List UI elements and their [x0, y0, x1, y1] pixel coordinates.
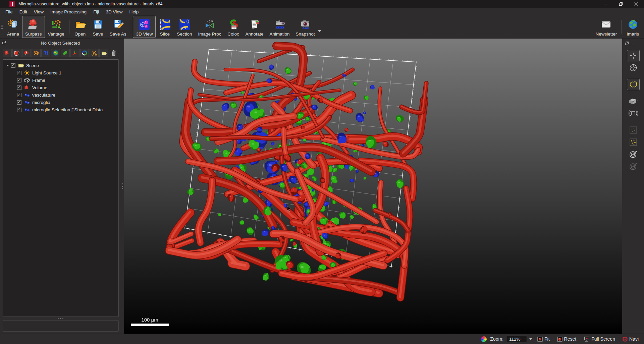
- tree-row-microglia[interactable]: microglia: [4, 99, 118, 106]
- open-button[interactable]: Open: [71, 16, 89, 38]
- frame-checkbox[interactable]: [17, 78, 21, 82]
- spots-dense-icon[interactable]: [627, 136, 640, 148]
- add-orthoslicer-icon[interactable]: [22, 49, 31, 57]
- vantage-button[interactable]: Vantage: [45, 16, 67, 38]
- save-as-icon: [112, 18, 124, 31]
- add-oblique-slicer-icon[interactable]: [80, 49, 89, 57]
- snapshot-button[interactable]: Snapshot: [293, 16, 318, 38]
- reset-button[interactable]: Reset: [555, 336, 579, 342]
- open-folder-icon: [74, 18, 86, 31]
- tree-label: Scene: [26, 63, 39, 68]
- menu-edit[interactable]: Edit: [16, 9, 31, 15]
- fit-button[interactable]: Fit: [535, 336, 552, 342]
- surpass-button[interactable]: Surpass: [22, 16, 45, 38]
- mouse-cursor-icon: [287, 206, 291, 214]
- color-wheel-icon[interactable]: [481, 336, 487, 342]
- menu-file[interactable]: File: [2, 9, 16, 15]
- menu-fiji[interactable]: Fiji: [90, 9, 102, 15]
- view-mode-box-icon[interactable]: [627, 96, 640, 107]
- menu-help[interactable]: Help: [126, 9, 142, 15]
- draw-contour-icon[interactable]: [627, 79, 640, 90]
- tree-label: vasculature: [32, 93, 55, 98]
- tree-label: microglia: [32, 100, 50, 105]
- navi-icon: [623, 337, 628, 342]
- tree-row-microglia-selection[interactable]: microglia Selection ["Shortest Dista...: [4, 106, 118, 113]
- scene-tree: Scene Light Source 1 Frame: [3, 59, 119, 317]
- full-screen-button[interactable]: Full Screen: [582, 336, 617, 342]
- 3d-view-button[interactable]: 3D View: [133, 16, 156, 38]
- expander-icon[interactable]: [6, 65, 9, 66]
- undock-icon[interactable]: [625, 41, 629, 46]
- panel-splitter-handle[interactable]: [0, 317, 121, 320]
- annotate-button[interactable]: Annotate: [242, 16, 266, 38]
- panel-resize-handle[interactable]: [121, 39, 124, 334]
- vasculature-checkbox[interactable]: [17, 93, 21, 97]
- image-proc-button[interactable]: Image Proc: [195, 16, 224, 38]
- center-target-icon[interactable]: [627, 149, 640, 160]
- reset-icon: [557, 337, 562, 342]
- volume-checkbox[interactable]: [17, 85, 21, 90]
- restore-button[interactable]: [613, 0, 629, 8]
- add-group-icon[interactable]: [99, 49, 108, 57]
- cut-scissors-icon[interactable]: [90, 49, 99, 57]
- tree-row-light-source[interactable]: Light Source 1: [4, 69, 118, 76]
- coloc-button[interactable]: Coloc: [224, 16, 242, 38]
- imaris-label: Imaris: [627, 32, 639, 37]
- add-leaf-icon[interactable]: [61, 49, 70, 57]
- menu-image-processing[interactable]: Image Processing: [47, 9, 90, 15]
- light-source-checkbox[interactable]: [17, 71, 21, 75]
- undock-icon[interactable]: [2, 40, 6, 46]
- imaris-button[interactable]: Imaris: [624, 16, 642, 38]
- snapshot-label: Snapshot: [296, 32, 315, 37]
- annotate-label: Annotate: [245, 32, 263, 37]
- newsletter-button[interactable]: Newsletter: [592, 16, 620, 38]
- scene-checkbox[interactable]: [11, 63, 15, 68]
- slice-button[interactable]: Slice: [156, 16, 174, 38]
- zoom-dropdown-chevron-icon[interactable]: [529, 338, 532, 340]
- select-crosshair-icon[interactable]: [627, 50, 640, 61]
- snapshot-dropdown-chevron-icon[interactable]: [318, 30, 321, 32]
- save-as-button[interactable]: Save As: [107, 16, 129, 38]
- arena-button[interactable]: Arena: [4, 16, 22, 38]
- tree-row-volume[interactable]: Volume: [4, 84, 118, 91]
- tree-row-scene[interactable]: Scene: [4, 62, 118, 69]
- add-cells-icon[interactable]: [51, 49, 60, 57]
- viewport-3d[interactable]: 100 µm: [124, 39, 622, 334]
- vantage-icon: [50, 18, 62, 31]
- center-target-disabled-icon[interactable]: [627, 161, 640, 172]
- add-spots-icon[interactable]: [32, 49, 41, 57]
- imaris-window: Microglia-vasculature_with_objects.ims -…: [0, 0, 644, 344]
- panel-header: No Object Selected: [0, 39, 121, 47]
- add-reference-frame-icon[interactable]: [70, 49, 79, 57]
- spots-sparse-icon[interactable]: [627, 124, 640, 136]
- clipping-plane-icon[interactable]: [627, 108, 640, 119]
- frame-icon: [24, 77, 30, 83]
- newsletter-label: Newsletter: [595, 32, 617, 37]
- section-button[interactable]: Section: [174, 16, 195, 38]
- microglia-selection-checkbox[interactable]: [17, 108, 21, 112]
- minimize-button[interactable]: [598, 0, 613, 8]
- menu-view[interactable]: View: [31, 9, 47, 15]
- add-filaments-icon[interactable]: [41, 49, 50, 57]
- animation-button[interactable]: Animation: [267, 16, 293, 38]
- toolbar-grip[interactable]: [0, 15, 4, 38]
- render-canvas[interactable]: [124, 39, 622, 334]
- tree-row-frame[interactable]: Frame: [4, 76, 118, 84]
- tree-row-vasculature[interactable]: vasculature: [4, 91, 118, 99]
- more-options-label[interactable]: ...: [630, 41, 634, 46]
- close-button[interactable]: [629, 0, 644, 8]
- add-volume-icon[interactable]: [3, 49, 12, 57]
- add-surfaces-icon[interactable]: [12, 49, 21, 57]
- zoom-combo[interactable]: 112%: [507, 336, 532, 342]
- save-button[interactable]: Save: [89, 16, 107, 38]
- microglia-checkbox[interactable]: [17, 100, 21, 105]
- delete-trash-icon[interactable]: [109, 49, 118, 57]
- navigate-crosshair-circle-icon[interactable]: [627, 62, 640, 73]
- snapshot-icon: [299, 18, 312, 31]
- animation-icon: [273, 18, 286, 31]
- newsletter-envelope-icon: [600, 18, 612, 31]
- menu-3d-view[interactable]: 3D View: [102, 9, 126, 15]
- navi-button[interactable]: Navi: [621, 336, 641, 342]
- toolbar-separator: [131, 20, 131, 34]
- zoom-value[interactable]: 112%: [507, 336, 527, 342]
